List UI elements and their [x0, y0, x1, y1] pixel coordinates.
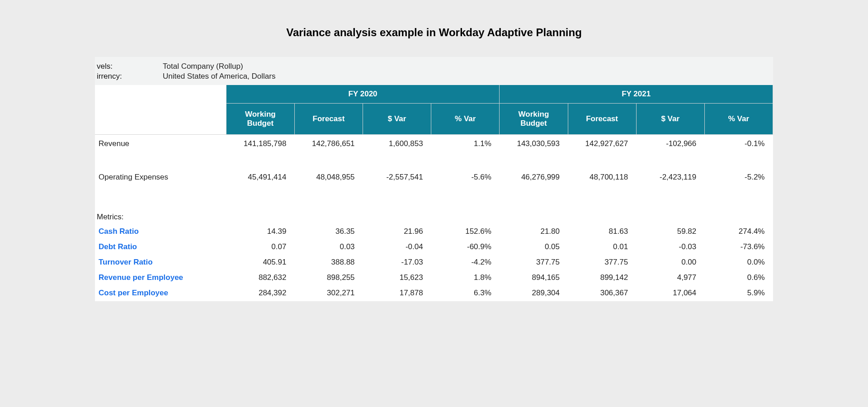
cell: -0.03: [636, 240, 704, 255]
cell: -4.2%: [431, 255, 500, 270]
cell: 302,271: [294, 286, 363, 301]
cell: 5.9%: [704, 286, 773, 301]
cell: -0.1%: [704, 135, 773, 168]
levels-value: Total Company (Rollup): [163, 62, 243, 71]
page-title: Variance analysis example in Workday Ada…: [0, 0, 868, 57]
cell: 21.96: [363, 224, 431, 240]
cell: 6.3%: [431, 286, 500, 301]
header-year-2021: FY 2021: [500, 85, 773, 104]
cell: 274.4%: [704, 224, 773, 240]
row-cost-per-employee: Cost per Employee 284,392 302,271 17,878…: [95, 286, 773, 301]
header-dollar-var: $ Var: [636, 104, 704, 135]
section-label: Metrics:: [95, 202, 773, 224]
row-revenue: Revenue 141,185,798 142,786,651 1,600,85…: [95, 135, 773, 168]
currency-value: United States of America, Dollars: [163, 71, 275, 81]
cell: 21.80: [500, 224, 568, 240]
cell: -5.6%: [431, 168, 500, 202]
cell: 0.0%: [704, 255, 773, 270]
cell: 48,048,955: [294, 168, 363, 202]
header-forecast: Forecast: [294, 104, 363, 135]
metric-link-turnover-ratio[interactable]: Turnover Ratio: [95, 255, 226, 270]
metric-link-cash-ratio[interactable]: Cash Ratio: [95, 224, 226, 240]
row-label: Revenue: [95, 135, 226, 168]
report-panel: vels: Total Company (Rollup) irrency: Un…: [95, 57, 773, 301]
cell: 899,142: [568, 270, 636, 286]
cell: -102,966: [636, 135, 704, 168]
header-forecast: Forecast: [568, 104, 636, 135]
cell: 405.91: [226, 255, 294, 270]
cell: 388.88: [294, 255, 363, 270]
cell: 0.00: [636, 255, 704, 270]
header-pct-var: % Var: [704, 104, 773, 135]
row-turnover-ratio: Turnover Ratio 405.91 388.88 -17.03 -4.2…: [95, 255, 773, 270]
cell: 882,632: [226, 270, 294, 286]
cell: 1.1%: [431, 135, 500, 168]
cell: 141,185,798: [226, 135, 294, 168]
cell: 289,304: [500, 286, 568, 301]
metric-link-cost-per-employee[interactable]: Cost per Employee: [95, 286, 226, 301]
cell: -73.6%: [704, 240, 773, 255]
section-metrics: Metrics:: [95, 202, 773, 224]
header-blank: [95, 85, 226, 135]
cell: 306,367: [568, 286, 636, 301]
cell: 152.6%: [431, 224, 500, 240]
row-revenue-per-employee: Revenue per Employee 882,632 898,255 15,…: [95, 270, 773, 286]
row-label: Operating Expenses: [95, 168, 226, 202]
cell: 0.07: [226, 240, 294, 255]
cell: 0.6%: [704, 270, 773, 286]
cell: 48,700,118: [568, 168, 636, 202]
row-cash-ratio: Cash Ratio 14.39 36.35 21.96 152.6% 21.8…: [95, 224, 773, 240]
cell: 15,623: [363, 270, 431, 286]
cell: -5.2%: [704, 168, 773, 202]
header-year-2020: FY 2020: [226, 85, 500, 104]
row-operating-expenses: Operating Expenses 45,491,414 48,048,955…: [95, 168, 773, 202]
cell: 0.03: [294, 240, 363, 255]
cell: 17,064: [636, 286, 704, 301]
cell: -60.9%: [431, 240, 500, 255]
cell: 36.35: [294, 224, 363, 240]
cell: 898,255: [294, 270, 363, 286]
cell: 377.75: [568, 255, 636, 270]
levels-label: vels:: [95, 62, 163, 71]
cell: 59.82: [636, 224, 704, 240]
report-meta: vels: Total Company (Rollup) irrency: Un…: [95, 57, 773, 85]
cell: 45,491,414: [226, 168, 294, 202]
row-debt-ratio: Debt Ratio 0.07 0.03 -0.04 -60.9% 0.05 0…: [95, 240, 773, 255]
metric-link-debt-ratio[interactable]: Debt Ratio: [95, 240, 226, 255]
cell: 17,878: [363, 286, 431, 301]
cell: -2,557,541: [363, 168, 431, 202]
header-working-budget: WorkingBudget: [500, 104, 568, 135]
cell: 0.05: [500, 240, 568, 255]
cell: -2,423,119: [636, 168, 704, 202]
cell: 143,030,593: [500, 135, 568, 168]
cell: 4,977: [636, 270, 704, 286]
variance-table: FY 2020 FY 2021 WorkingBudget Forecast $…: [95, 85, 773, 301]
cell: 377.75: [500, 255, 568, 270]
cell: -17.03: [363, 255, 431, 270]
cell: 284,392: [226, 286, 294, 301]
cell: 0.01: [568, 240, 636, 255]
cell: 81.63: [568, 224, 636, 240]
cell: 1.8%: [431, 270, 500, 286]
cell: 894,165: [500, 270, 568, 286]
cell: 142,927,627: [568, 135, 636, 168]
header-working-budget: WorkingBudget: [226, 104, 294, 135]
header-pct-var: % Var: [431, 104, 500, 135]
currency-label: irrency:: [95, 71, 163, 81]
header-dollar-var: $ Var: [363, 104, 431, 135]
cell: 1,600,853: [363, 135, 431, 168]
cell: 14.39: [226, 224, 294, 240]
cell: 142,786,651: [294, 135, 363, 168]
cell: -0.04: [363, 240, 431, 255]
metric-link-revenue-per-employee[interactable]: Revenue per Employee: [95, 270, 226, 286]
cell: 46,276,999: [500, 168, 568, 202]
